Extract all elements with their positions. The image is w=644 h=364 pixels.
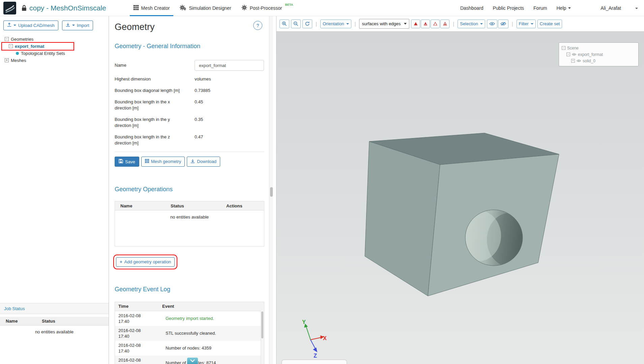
cube-left-face[interactable] (365, 141, 440, 296)
collapse-icon[interactable]: − (562, 46, 565, 50)
save-icon (119, 159, 123, 164)
nav-help[interactable]: Help (557, 5, 571, 11)
geometry-actions: Save Mesh geometry Downl (115, 157, 264, 167)
show-button[interactable] (487, 20, 497, 28)
viewport-toolbar: | Orientation | surfaces with edges (276, 16, 644, 32)
zoom-out-button[interactable] (291, 20, 301, 28)
help-button[interactable]: ? (253, 21, 262, 30)
eye-icon[interactable] (572, 52, 576, 57)
tree-item-geometries[interactable]: − Geometries (2, 36, 107, 43)
render-mode-select[interactable]: surfaces with edges (359, 19, 409, 29)
triangle-striped-button[interactable] (421, 20, 430, 28)
scrollbar-thumb[interactable] (270, 187, 273, 197)
expand-icon[interactable]: + (5, 58, 9, 62)
scene-tree-overlay: − Scene − export_format + (559, 42, 639, 66)
download-icon (191, 159, 195, 165)
zoom-in-icon (282, 21, 287, 26)
scroll-down-button[interactable] (187, 358, 198, 364)
triangle-outline-button[interactable] (431, 20, 440, 28)
mesh-geometry-label: Mesh geometry (151, 159, 181, 164)
table-row: 2016-02-08 17:40 STL successfully cleane… (115, 326, 264, 341)
scene-tree-item-export-format[interactable]: − export_format (562, 51, 636, 58)
collapse-icon[interactable]: − (9, 44, 13, 48)
field-label: Highest dimension (115, 76, 195, 82)
nav-dashboard[interactable]: Dashboard (460, 5, 484, 11)
tree-item-export-format[interactable]: − export_format (2, 43, 74, 50)
axis-z-label: Z (314, 353, 317, 359)
nav-public-projects[interactable]: Public Projects (493, 5, 524, 11)
tree-label: Topological Entity Sets (21, 51, 65, 56)
add-geometry-operation-button[interactable]: + Add geometry operation (116, 257, 175, 267)
geometry-name-input[interactable] (195, 60, 264, 71)
logo-icon (3, 2, 16, 14)
triangle-filled-button[interactable] (411, 20, 420, 28)
triangle-outline-icon (433, 22, 437, 26)
job-status-title: Job Status (0, 303, 109, 314)
hide-button[interactable] (498, 20, 508, 28)
filter-dropdown[interactable]: Filter (517, 20, 536, 28)
scrollbar-thumb[interactable] (261, 311, 263, 338)
geometry-operations-heading: Geometry Operations (115, 186, 264, 193)
divider (115, 152, 264, 152)
create-set-button[interactable]: Create set (537, 20, 562, 28)
eye-slash-icon (500, 22, 506, 26)
add-geometry-operation-label: Add geometry operation (124, 259, 171, 265)
tree-item-topological-entity-sets[interactable]: Topological Entity Sets (2, 50, 107, 57)
zoom-in-button[interactable] (280, 20, 289, 28)
selection-label: Selection (460, 21, 478, 26)
import-label: Import (77, 23, 89, 28)
tree-item-meshes[interactable]: + Meshes (2, 57, 107, 64)
chevron-down-icon (13, 25, 16, 26)
tab-label: Post-Processor (250, 5, 282, 11)
event-text: Number of nodes: 4359 (162, 344, 264, 352)
panel-scrollbar[interactable] (269, 16, 273, 364)
gear-icon (241, 5, 247, 11)
user-menu-caret-icon[interactable] (635, 5, 638, 11)
scene-tree-label: Scene (567, 46, 579, 51)
tab-mesh-creator[interactable]: Mesh Creator (128, 0, 175, 16)
scene-3d[interactable]: Y X Z − Scene − export_format (276, 32, 644, 364)
import-button[interactable]: Import (62, 21, 93, 30)
app-logo[interactable] (3, 2, 16, 14)
event-time: 2016-02-08 17:40 (115, 341, 162, 356)
scene-tree-item-solid-0[interactable]: + solid_0 (562, 58, 636, 64)
field-name: Name (115, 60, 264, 71)
download-button[interactable]: Download (187, 157, 220, 167)
project-title: copy - MeshOnSimscale (29, 4, 106, 12)
grid-icon (134, 5, 139, 11)
toolbar-separator: | (453, 21, 454, 27)
tab-simulation-designer[interactable]: Simulation Designer (175, 0, 236, 16)
mesh-geometry-button[interactable]: Mesh geometry (141, 157, 185, 167)
selection-dropdown[interactable]: Selection (458, 20, 485, 28)
event-text: Number of triangles: 8714 (162, 359, 264, 364)
axis-y-label: Y (302, 319, 306, 325)
save-button[interactable]: Save (115, 157, 139, 167)
cube-render: Y X Z (276, 32, 644, 364)
eye-icon[interactable] (577, 59, 581, 63)
page-title: Geometry (115, 22, 264, 32)
operations-table: Name Status Actions no entities availabl… (115, 201, 264, 246)
collapse-icon[interactable]: − (566, 53, 570, 56)
event-log-scrollbar[interactable] (261, 311, 264, 364)
nav-user[interactable]: Ali_Arafat (601, 5, 621, 11)
upload-cad-mesh-button[interactable]: Upload CAD/mesh (3, 21, 58, 30)
panel-divider[interactable] (273, 16, 276, 364)
orientation-label: Orientation (323, 21, 344, 26)
expand-icon[interactable]: + (571, 59, 575, 63)
help-label: Help (557, 5, 566, 11)
viewport-bottom-bar[interactable] (282, 360, 347, 364)
sidebar-buttons: Upload CAD/mesh Import (0, 16, 109, 34)
tab-post-processor[interactable]: Post-Processor BETA (236, 0, 298, 16)
bullet-icon (16, 52, 19, 55)
refresh-view-button[interactable] (302, 20, 312, 28)
column-actions: Actions (226, 203, 264, 208)
save-label: Save (125, 159, 135, 164)
scene-tree-item-scene[interactable]: − Scene (562, 45, 636, 51)
triangle-partial-button[interactable] (440, 20, 449, 28)
orientation-dropdown[interactable]: Orientation (320, 20, 351, 28)
nav-forum[interactable]: Forum (533, 5, 547, 11)
field-label: Bounding box length in the x direction [… (115, 99, 195, 111)
collapse-icon[interactable]: − (5, 37, 9, 41)
tab-label: Mesh Creator (141, 5, 170, 11)
event-log-header: Time Event (115, 302, 264, 311)
